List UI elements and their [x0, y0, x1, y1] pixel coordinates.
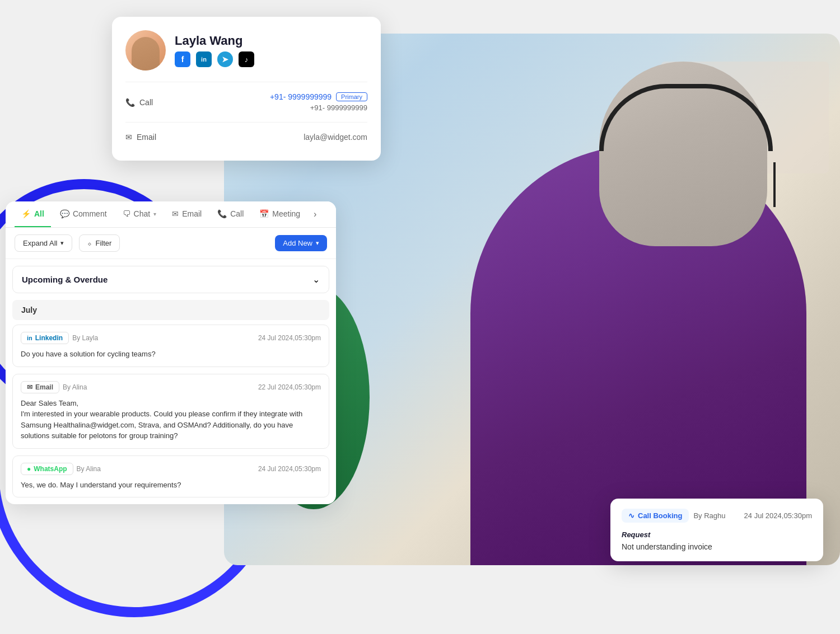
comment-icon: 💬	[60, 209, 69, 218]
call-booking-source: ∿ Call Booking By Raghu	[622, 509, 726, 523]
email-row: ✉ Email layla@widget.com	[125, 127, 367, 147]
activity-by-email: By Alina	[63, 383, 87, 391]
upcoming-overdue-section[interactable]: Upcoming & Overdue ⌄	[12, 266, 329, 293]
linkedin-activity-item[interactable]: in Linkedin By Layla 24 Jul 2024,05:30pm…	[12, 325, 329, 367]
email-tab-icon: ✉	[172, 209, 179, 218]
tab-comment[interactable]: 💬 Comment	[53, 201, 114, 227]
social-icons: f in ➤ ♪	[175, 51, 254, 67]
activity-time: 24 Jul 2024,05:30pm	[258, 334, 321, 342]
email-icon: ✉	[125, 133, 132, 142]
phone-primary[interactable]: +91- 9999999999	[270, 92, 332, 101]
email-label: ✉ Email	[125, 133, 170, 142]
whatsapp-activity-item[interactable]: ● WhatsApp By Alina 24 Jul 2024,05:30pm …	[12, 455, 329, 498]
headset-mic	[773, 162, 776, 207]
expand-all-button[interactable]: Expand All ▾	[15, 234, 72, 252]
contact-card: Layla Wang f in ➤ ♪ 📞 Call +91- 99999999…	[112, 17, 381, 161]
call-tab-icon: 📞	[217, 209, 227, 218]
tab-all[interactable]: ⚡ All	[15, 201, 51, 227]
activity-by-whatsapp: By Alina	[77, 465, 101, 473]
tabs-bar: ⚡ All 💬 Comment 🗨 Chat ▾ ✉ Email 📞 Call …	[6, 201, 336, 228]
whatsapp-source-icon: ●	[27, 465, 31, 473]
linkedin-source-icon: in	[27, 335, 32, 341]
whatsapp-badge: ● WhatsApp	[21, 463, 73, 475]
activity-source-whatsapp: ● WhatsApp By Alina	[21, 463, 101, 475]
call-booking-header: ∿ Call Booking By Raghu 24 Jul 2024,05:3…	[622, 509, 812, 523]
phone-secondary: +91- 9999999999	[310, 104, 367, 112]
call-booking-type: Request	[622, 530, 812, 539]
email-value[interactable]: layla@widget.com	[304, 133, 367, 142]
filter-icon: ⬦	[87, 239, 92, 247]
facebook-icon[interactable]: f	[175, 51, 190, 67]
all-icon: ⚡	[21, 209, 31, 218]
chat-icon: 🗨	[123, 209, 130, 218]
month-header: July	[12, 300, 329, 320]
call-booking-by: By Raghu	[693, 511, 725, 520]
section-chevron-icon: ⌄	[312, 274, 320, 285]
section-title: Upcoming & Overdue	[22, 275, 108, 284]
call-row: 📞 Call +91- 9999999999 Primary +91- 9999…	[125, 87, 367, 118]
call-booking-badge: ∿ Call Booking	[622, 509, 689, 523]
activity-source: in Linkedin By Layla	[21, 332, 98, 344]
activity-panel: ⚡ All 💬 Comment 🗨 Chat ▾ ✉ Email 📞 Call …	[6, 201, 336, 504]
activity-content-whatsapp: Yes, we do. May I understand your requir…	[21, 480, 321, 491]
telegram-icon[interactable]: ➤	[217, 51, 233, 67]
activity-by: By Layla	[72, 334, 98, 342]
tab-call[interactable]: 📞 Call	[211, 201, 250, 227]
call-booking-description: Not understanding invoice	[622, 542, 812, 551]
add-new-chevron-icon: ▾	[316, 239, 319, 247]
activity-source-email: ✉ Email By Alina	[21, 381, 87, 393]
tab-meeting[interactable]: 📅 Meeting	[253, 201, 307, 227]
linkedin-badge: in Linkedin	[21, 332, 69, 344]
activity-time-whatsapp: 24 Jul 2024,05:30pm	[258, 465, 321, 473]
phone-icon: 📞	[125, 98, 135, 107]
contact-name: Layla Wang	[175, 34, 254, 48]
email-source-icon: ✉	[27, 383, 32, 391]
email-badge: ✉ Email	[21, 381, 59, 393]
activity-content-email: Dear Sales Team,I'm interested in your w…	[21, 398, 321, 442]
activity-time-email: 22 Jul 2024,05:30pm	[258, 383, 321, 391]
more-tabs-button[interactable]: ›	[309, 201, 321, 227]
activity-content: Do you have a solution for cycling teams…	[21, 349, 321, 360]
tiktok-icon[interactable]: ♪	[239, 51, 254, 67]
add-new-button[interactable]: Add New ▾	[275, 235, 327, 251]
linkedin-icon[interactable]: in	[196, 51, 212, 67]
email-activity-item[interactable]: ✉ Email By Alina 22 Jul 2024,05:30pm Dea…	[12, 374, 329, 449]
tab-email[interactable]: ✉ Email	[165, 201, 208, 227]
filter-button[interactable]: ⬦ Filter	[79, 234, 120, 252]
call-booking-card: ∿ Call Booking By Raghu 24 Jul 2024,05:3…	[610, 499, 823, 561]
toolbar: Expand All ▾ ⬦ Filter Add New ▾	[6, 228, 336, 259]
call-label: 📞 Call	[125, 98, 170, 107]
expand-chevron-icon: ▾	[60, 239, 64, 247]
chat-chevron-icon: ▾	[153, 211, 156, 217]
phone-primary-row: +91- 9999999999 Primary	[270, 92, 367, 101]
avatar	[125, 30, 166, 71]
primary-badge: Primary	[336, 92, 367, 101]
meeting-icon: 📅	[259, 209, 269, 218]
call-booking-pulse-icon: ∿	[628, 511, 634, 520]
call-booking-time: 24 Jul 2024,05:30pm	[744, 511, 812, 520]
tab-chat[interactable]: 🗨 Chat ▾	[116, 201, 164, 227]
